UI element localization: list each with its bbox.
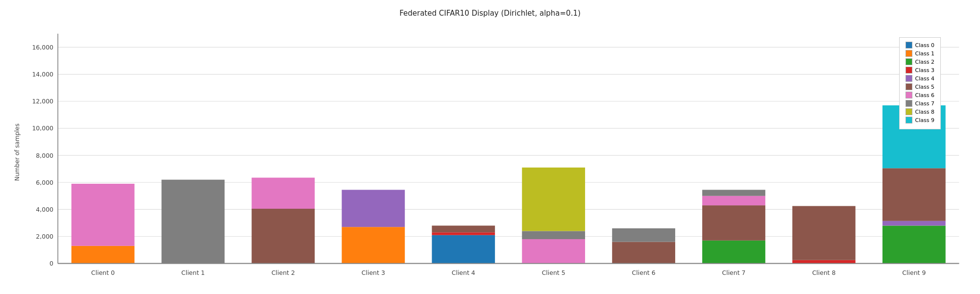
svg-rect-38 <box>612 228 675 242</box>
svg-text:Client 7: Client 7 <box>722 269 745 276</box>
legend-color-box <box>906 83 912 90</box>
legend-color-box <box>906 92 912 98</box>
svg-text:4,000: 4,000 <box>36 206 53 213</box>
svg-rect-43 <box>702 190 765 196</box>
svg-text:Client 3: Client 3 <box>362 269 385 276</box>
svg-rect-30 <box>432 232 495 235</box>
svg-rect-35 <box>522 168 585 231</box>
svg-rect-48 <box>882 225 946 263</box>
legend-color-box <box>906 117 912 123</box>
svg-rect-50 <box>882 168 946 221</box>
svg-text:Client 8: Client 8 <box>812 269 835 276</box>
legend-label: Class 6 <box>915 92 934 98</box>
svg-rect-37 <box>612 242 675 264</box>
svg-text:Client 2: Client 2 <box>271 269 295 276</box>
svg-text:12,000: 12,000 <box>32 98 53 105</box>
svg-text:0: 0 <box>49 260 53 267</box>
svg-text:Client 5: Client 5 <box>542 269 565 276</box>
svg-rect-19 <box>72 184 135 246</box>
legend-color-box <box>906 50 912 57</box>
legend: Class 0Class 1Class 2Class 3Class 4Class… <box>899 37 941 129</box>
svg-text:Client 0: Client 0 <box>91 269 115 276</box>
svg-text:Client 1: Client 1 <box>181 269 205 276</box>
legend-item: Class 0 <box>906 42 934 49</box>
legend-label: Class 5 <box>915 84 934 90</box>
svg-rect-41 <box>702 205 765 241</box>
legend-color-box <box>906 75 912 82</box>
legend-label: Class 3 <box>915 67 934 74</box>
svg-text:14,000: 14,000 <box>32 71 53 78</box>
svg-text:8,000: 8,000 <box>36 152 53 159</box>
svg-rect-18 <box>72 246 135 264</box>
svg-rect-45 <box>792 260 856 264</box>
legend-color-box <box>906 108 912 115</box>
chart-container: Federated CIFAR10 Display (Dirichlet, al… <box>0 0 980 294</box>
svg-rect-31 <box>432 225 495 232</box>
legend-label: Class 0 <box>915 42 934 49</box>
legend-item: Class 2 <box>906 58 934 65</box>
legend-label: Class 7 <box>915 100 934 107</box>
svg-rect-42 <box>702 196 765 205</box>
bar-groups: Client 0Client 1Client 2Client 3Client 4… <box>72 105 946 276</box>
legend-label: Class 9 <box>915 117 934 123</box>
svg-rect-23 <box>252 209 315 264</box>
legend-item: Class 9 <box>906 117 934 123</box>
svg-rect-21 <box>162 180 225 264</box>
svg-text:16,000: 16,000 <box>32 44 53 51</box>
svg-rect-27 <box>342 190 405 227</box>
y-axis-label: Number of samples <box>10 8 24 294</box>
legend-label: Class 2 <box>915 59 934 65</box>
legend-color-box <box>906 100 912 107</box>
svg-rect-29 <box>432 235 495 264</box>
svg-rect-40 <box>702 241 765 264</box>
legend-label: Class 4 <box>915 75 934 82</box>
chart-title: Federated CIFAR10 Display (Dirichlet, al… <box>399 9 581 18</box>
svg-rect-34 <box>522 231 585 239</box>
legend-color-box <box>906 42 912 49</box>
svg-text:Client 4: Client 4 <box>452 269 475 276</box>
svg-text:2,000: 2,000 <box>36 233 53 240</box>
svg-text:Client 9: Client 9 <box>902 269 926 276</box>
legend-item: Class 7 <box>906 100 934 107</box>
svg-rect-49 <box>882 221 946 226</box>
svg-rect-33 <box>522 239 585 264</box>
svg-text:10,000: 10,000 <box>32 124 53 132</box>
legend-label: Class 8 <box>915 109 934 115</box>
legend-item: Class 3 <box>906 67 934 74</box>
legend-item: Class 6 <box>906 92 934 98</box>
legend-item: Class 5 <box>906 83 934 90</box>
legend-label: Class 1 <box>915 50 934 57</box>
main-chart: 02,0004,0006,0008,00010,00012,00014,0001… <box>24 23 970 294</box>
svg-text:Client 6: Client 6 <box>632 269 656 276</box>
legend-item: Class 8 <box>906 108 934 115</box>
legend-color-box <box>906 58 912 65</box>
svg-rect-46 <box>792 206 856 260</box>
svg-text:6,000: 6,000 <box>36 179 53 186</box>
svg-rect-26 <box>342 227 405 263</box>
legend-item: Class 4 <box>906 75 934 82</box>
legend-color-box <box>906 67 912 74</box>
legend-item: Class 1 <box>906 50 934 57</box>
svg-rect-24 <box>252 178 315 209</box>
